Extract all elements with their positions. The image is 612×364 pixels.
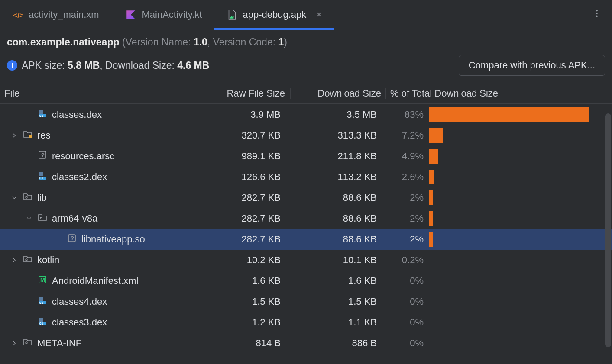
pct-bar-cell [429,271,602,291]
pct-bar-cell [429,104,602,125]
table-row[interactable]: arm64-v8a282.7 KB88.6 KB2% [0,208,612,229]
close-tab-icon[interactable]: ✕ [316,10,322,19]
pct-of-download: 2% [381,234,429,245]
svg-rect-12 [39,172,43,176]
chevron-down-icon[interactable] [10,195,18,201]
svg-text:?: ? [41,152,45,158]
file-name: META-INF [37,338,81,349]
file-cell: res [0,129,199,142]
table-row[interactable]: META-INF814 B886 B0% [0,333,612,354]
tab-overflow-menu-icon[interactable] [592,9,602,20]
raw-size: 10.2 KB [199,254,286,266]
libfolder-icon [23,337,33,350]
chevron-right-icon[interactable] [10,132,18,139]
table-row[interactable]: lib282.7 KB88.6 KB2% [0,187,612,208]
pct-bar-cell [429,333,602,354]
vertical-scrollbar[interactable] [605,113,611,356]
svg-point-16 [40,217,42,219]
svg-text:01: 01 [39,114,43,118]
file-cell: 01classes4.dex [0,295,199,308]
file-cell: META-INF [0,337,199,350]
download-size: 88.6 KB [286,192,381,203]
svg-text:</>: </> [13,10,23,19]
col-header-pct[interactable]: % of Total Download Size [385,88,611,99]
size-info: i APK size: 5.8 MB, Download Size: 4.6 M… [7,60,209,71]
pct-bar [429,190,433,205]
size-row: i APK size: 5.8 MB, Download Size: 4.6 M… [0,51,612,84]
file-cell: MAndroidManifest.xml [0,274,199,287]
apk-header: com.example.nativeapp (Version Name: 1.0… [0,29,612,51]
pct-bar [429,170,434,184]
pct-bar-cell [429,187,602,208]
chevron-right-icon[interactable] [10,257,18,263]
dex-icon: 01 [37,295,48,308]
package-name: com.example.nativeapp [7,36,120,48]
scrollbar-thumb[interactable] [605,113,611,347]
table-row[interactable]: ?resources.arsc989.1 KB211.8 KB4.9% [0,146,612,167]
svg-point-28 [26,342,27,344]
pct-of-download: 2.6% [381,171,429,183]
file-name: lib [37,192,47,203]
raw-size: 814 B [199,338,286,349]
file-name: classes4.dex [52,296,107,307]
file-name: classes3.dex [52,317,107,328]
kotlin-file-icon [125,9,136,20]
apk-size-value: 5.8 MB [68,60,100,71]
tab-label: MainActivity.kt [142,9,202,20]
pct-bar-cell [429,125,602,146]
package-line: com.example.nativeapp (Version Name: 1.0… [7,36,605,48]
raw-size: 282.7 KB [199,213,286,224]
pct-of-download: 0.2% [381,254,429,266]
raw-size: 320.7 KB [199,130,286,141]
download-size: 1.1 KB [286,317,381,328]
table-row[interactable]: MAndroidManifest.xml1.6 KB1.6 KB0% [0,271,612,291]
file-cell: ?libnativeapp.so [0,233,199,246]
table-row[interactable]: 01classes2.dex126.6 KB113.2 KB2.6% [0,167,612,187]
download-size: 886 B [286,338,381,349]
tab-app-debug-apk[interactable]: app-debug.apk✕ [214,0,334,29]
tab-mainactivity-kt[interactable]: MainActivity.kt [113,0,214,29]
dex-icon: 01 [37,171,48,184]
pct-of-download: 0% [381,317,429,328]
svg-point-15 [26,196,27,198]
col-header-raw[interactable]: Raw File Size [204,88,290,99]
chevron-right-icon[interactable] [10,340,18,346]
info-icon: i [7,60,17,71]
file-table-body: 01classes.dex3.9 MB3.5 MB83%res320.7 KB3… [0,104,612,354]
table-row[interactable]: 01classes3.dex1.2 KB1.1 KB0% [0,312,612,333]
pct-bar [429,149,438,164]
folder-icon [23,129,33,142]
table-row[interactable]: 01classes4.dex1.5 KB1.5 KB0% [0,291,612,312]
col-header-file[interactable]: File [4,88,204,99]
col-header-dl[interactable]: Download Size [290,88,385,99]
file-cell: kotlin [0,254,199,267]
file-name: arm64-v8a [52,213,97,224]
file-name: resources.arsc [52,151,114,162]
table-header: File Raw File Size Download Size % of To… [0,84,612,104]
compare-apk-button[interactable]: Compare with previous APK... [459,55,605,76]
pct-of-download: 0% [381,275,429,287]
download-size: 88.6 KB [286,213,381,224]
download-size: 88.6 KB [286,234,381,245]
file-cell: lib [0,191,199,204]
table-row[interactable]: kotlin10.2 KB10.1 KB0.2% [0,250,612,271]
svg-point-1 [230,16,231,17]
download-size: 3.5 MB [286,109,381,120]
pct-of-download: 83% [381,109,429,120]
table-row[interactable]: res320.7 KB313.3 KB7.2% [0,125,612,146]
tab-activity-main-xml[interactable]: </>activity_main.xml [0,0,113,29]
pct-of-download: 4.9% [381,151,429,162]
pct-bar [429,211,433,226]
download-size: 1.6 KB [286,275,381,287]
table-row[interactable]: ?libnativeapp.so282.7 KB88.6 KB2% [0,229,612,250]
unknown-icon: ? [37,150,48,163]
svg-point-5 [596,16,598,17]
file-name: classes2.dex [52,171,107,183]
file-name: classes.dex [52,109,102,120]
file-name: res [37,130,51,141]
raw-size: 989.1 KB [199,151,286,162]
chevron-down-icon[interactable] [25,216,33,222]
table-row[interactable]: 01classes.dex3.9 MB3.5 MB83% [0,104,612,125]
dex-icon: 01 [37,316,48,329]
raw-size: 1.5 KB [199,296,286,307]
